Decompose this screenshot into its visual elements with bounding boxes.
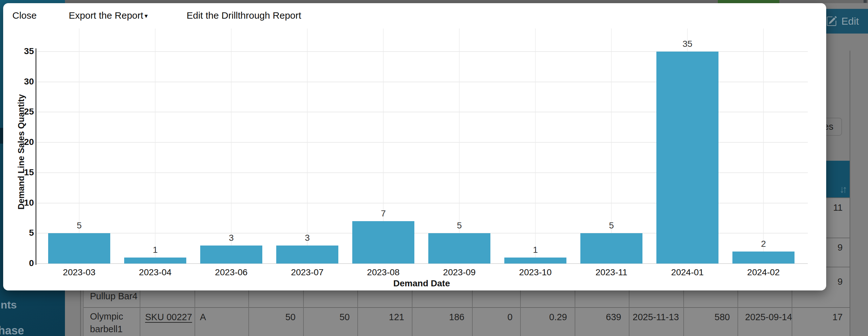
bar-value-label: 5 [592,221,630,231]
y-axis-tick-label: 20 [7,137,34,147]
screen: nts hase Edit Yes ↓↑ 11 9 [0,0,868,336]
bar-value-label: 3 [288,233,326,243]
x-axis-tick-label: 2023-03 [44,267,114,277]
table-cell: 9 [838,242,843,253]
table-cell: 50 [285,312,296,323]
table-cell: 11 [833,202,843,213]
table-cell-date: 2025-09-14 [745,312,792,323]
bar-value-label: 5 [440,221,478,231]
y-axis-tick-label: 0 [7,258,34,268]
drillthrough-modal: Close Export the Report▾ Edit the Drillt… [3,3,826,291]
edit-button-label: Edit [841,15,859,27]
table-cell: 580 [715,312,730,323]
table-cell: 121 [389,312,404,323]
table-cell: 639 [606,312,621,323]
bar[interactable] [580,233,643,264]
x-axis-tick-label: 2023-06 [196,267,266,277]
bar-value-label: 35 [669,39,707,49]
bar[interactable] [276,245,338,264]
bar-chart: Demand Line Sales Quantity Demand Date 0… [3,3,826,291]
bar[interactable] [656,52,718,264]
table-cell-product: Olympic barbell1 [90,310,144,335]
y-axis-line [35,48,36,265]
bar-value-label: 7 [364,208,402,219]
bar[interactable] [733,251,795,264]
y-axis-tick-label: 5 [7,228,34,238]
bar-value-label: 2 [744,239,782,249]
row-divider [84,307,849,308]
chart-vertical-gridline [231,29,231,264]
edit-pencil-icon [826,16,837,27]
x-axis-tick-label: 2023-04 [120,267,190,277]
table-cell-date: 2025-11-13 [632,312,679,323]
sort-icon[interactable]: ↓↑ [839,183,845,195]
x-axis-tick-label: 2023-07 [273,267,342,277]
bar-value-label: 5 [60,221,98,231]
bar-value-label: 1 [136,245,174,255]
bar[interactable] [428,233,490,264]
table-cell: 9 [838,276,843,287]
chart-vertical-gridline [307,29,308,264]
y-axis-tick-label: 15 [7,167,34,177]
sidebar-item-fragment[interactable]: nts [1,299,17,311]
x-axis-tick-label: 2023-11 [577,267,646,277]
chart-vertical-gridline [763,29,764,264]
table-cell-product: Pullup Bar4 [90,291,137,302]
chart-vertical-gridline [535,29,536,264]
bar[interactable] [48,233,110,264]
table-cell: 50 [340,312,350,323]
table-cell: 17 [833,312,843,323]
y-axis-tick-label: 30 [7,76,34,87]
bar-value-label: 1 [516,245,554,255]
topbar-fragment [864,0,867,3]
x-axis-tick-label: 2023-09 [425,267,494,277]
y-axis-tick-label: 10 [7,198,34,208]
table-cell: A [200,312,206,323]
bar[interactable] [200,245,262,264]
x-axis-tick-label: 2024-02 [728,267,798,277]
sku-link[interactable]: SKU 00227 [145,312,192,323]
bar[interactable] [124,258,186,264]
background-green-button-fragment[interactable] [718,0,779,3]
table-cell: 0 [507,312,513,323]
edit-button[interactable]: Edit [820,9,868,34]
panel-border [849,51,850,336]
x-axis-title: Demand Date [374,278,469,289]
y-axis-tick-label: 25 [7,107,34,117]
x-axis-tick-label: 2024-01 [653,267,722,277]
bar[interactable] [352,221,414,264]
y-axis-tick-label: 35 [7,46,34,56]
table-cell: 186 [449,312,464,323]
table-cell: 0.29 [549,312,567,323]
bar[interactable] [504,258,566,264]
x-axis-tick-label: 2023-10 [500,267,570,277]
chart-vertical-gridline [155,29,156,264]
bar-value-label: 3 [212,233,250,243]
x-axis-tick-label: 2023-08 [348,267,418,277]
sidebar-item-fragment[interactable]: hase [0,324,24,336]
